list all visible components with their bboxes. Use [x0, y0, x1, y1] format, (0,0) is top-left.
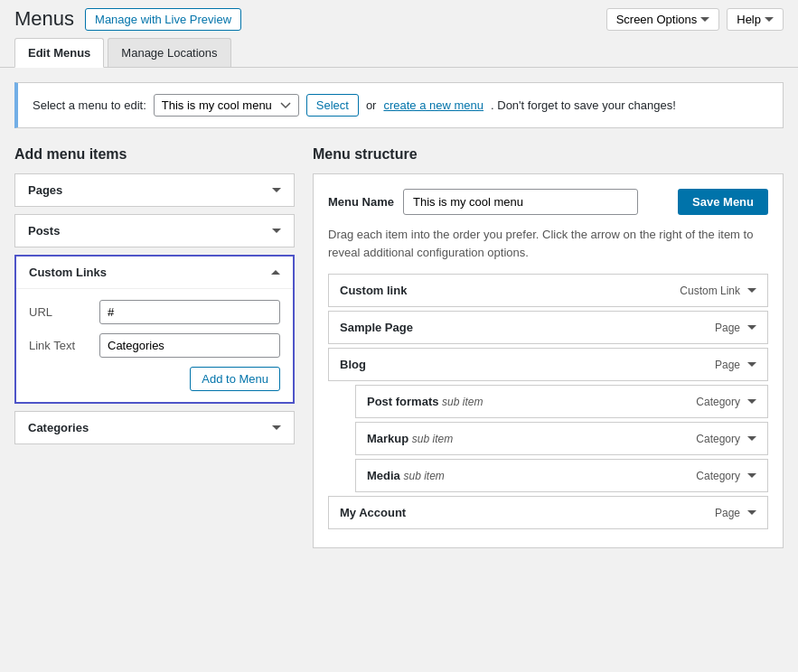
menu-structure-top: Menu Name Save Menu: [328, 189, 768, 215]
tab-edit-menus[interactable]: Edit Menus: [14, 38, 104, 68]
chevron-down-icon[interactable]: [747, 288, 756, 293]
menu-select-dropdown[interactable]: This is my cool menu: [154, 94, 299, 117]
create-new-menu-link[interactable]: create a new menu: [383, 98, 483, 112]
select-menu-label: Select a menu to edit:: [33, 98, 146, 112]
menu-item-my-account: My Account Page: [328, 496, 768, 529]
chevron-down-icon[interactable]: [747, 436, 756, 441]
select-menu-bar: Select a menu to edit: This is my cool m…: [14, 82, 784, 128]
url-input[interactable]: [99, 300, 280, 324]
accordion-pages: Pages: [14, 173, 295, 207]
chevron-down-icon: [272, 425, 281, 430]
tabs-bar: Edit Menus Manage Locations: [0, 38, 798, 68]
chevron-down-icon: [765, 17, 774, 22]
chevron-down-icon: [700, 17, 709, 22]
link-text-label: Link Text: [29, 339, 92, 352]
live-preview-button[interactable]: Manage with Live Preview: [85, 8, 241, 31]
top-bar-left: Menus Manage with Live Preview: [14, 7, 241, 31]
menu-name-input[interactable]: [403, 189, 638, 215]
menu-structure-box: Menu Name Save Menu Drag each item into …: [313, 173, 784, 548]
trailing-text: . Don't forget to save your changes!: [491, 98, 676, 112]
chevron-down-icon[interactable]: [747, 325, 756, 330]
chevron-down-icon[interactable]: [747, 510, 756, 515]
menu-structure-panel: Menu structure Menu Name Save Menu Drag …: [313, 146, 784, 548]
accordion-pages-header[interactable]: Pages: [15, 174, 294, 206]
accordion-categories: Categories: [14, 411, 295, 444]
link-text-field-row: Link Text: [29, 333, 280, 358]
menu-item-blog: Blog Page: [328, 348, 768, 381]
or-text: or: [366, 98, 377, 112]
save-menu-button[interactable]: Save Menu: [678, 189, 768, 215]
chevron-down-icon[interactable]: [747, 362, 756, 367]
menu-name-label: Menu Name: [328, 195, 394, 209]
chevron-down-icon: [272, 229, 281, 233]
page-title: Menus: [14, 7, 74, 31]
chevron-down-icon: [272, 188, 281, 192]
two-col-layout: Add menu items Pages Posts Custom Links: [14, 146, 784, 548]
accordion-custom-links-header[interactable]: Custom Links: [16, 257, 293, 288]
menu-name-row: Menu Name: [328, 189, 638, 215]
url-label: URL: [29, 305, 92, 319]
accordion-categories-header[interactable]: Categories: [15, 412, 294, 443]
tab-manage-locations[interactable]: Manage Locations: [108, 38, 230, 67]
top-bar-right: Screen Options Help: [606, 8, 784, 31]
screen-options-button[interactable]: Screen Options: [606, 8, 720, 31]
menu-item-post-formats: Post formats sub item Category: [355, 385, 768, 418]
link-text-input[interactable]: [99, 333, 280, 358]
menu-item-custom-link: Custom link Custom Link: [328, 274, 768, 307]
chevron-up-icon: [271, 270, 280, 275]
accordion-posts: Posts: [14, 214, 295, 247]
accordion-custom-links: Custom Links URL Link Text Add to Menu: [14, 255, 295, 404]
add-menu-items-title: Add menu items: [14, 146, 295, 163]
chevron-down-icon[interactable]: [747, 399, 756, 404]
url-field-row: URL: [29, 300, 280, 324]
menu-item-media: Media sub item Category: [355, 459, 768, 492]
menu-structure-title: Menu structure: [313, 146, 784, 163]
add-menu-items-panel: Add menu items Pages Posts Custom Links: [14, 146, 295, 452]
select-button[interactable]: Select: [306, 94, 359, 117]
main-content: Select a menu to edit: This is my cool m…: [0, 68, 798, 563]
add-to-menu-button[interactable]: Add to Menu: [190, 367, 280, 391]
accordion-custom-links-body: URL Link Text Add to Menu: [16, 288, 293, 402]
menu-item-sample-page: Sample Page Page: [328, 311, 768, 344]
help-button[interactable]: Help: [727, 8, 784, 31]
top-bar: Menus Manage with Live Preview Screen Op…: [0, 0, 798, 38]
accordion-posts-header[interactable]: Posts: [15, 215, 294, 247]
chevron-down-icon[interactable]: [747, 473, 756, 478]
menu-item-markup: Markup sub item Category: [355, 422, 768, 455]
menu-hint: Drag each item into the order you prefer…: [328, 226, 768, 261]
